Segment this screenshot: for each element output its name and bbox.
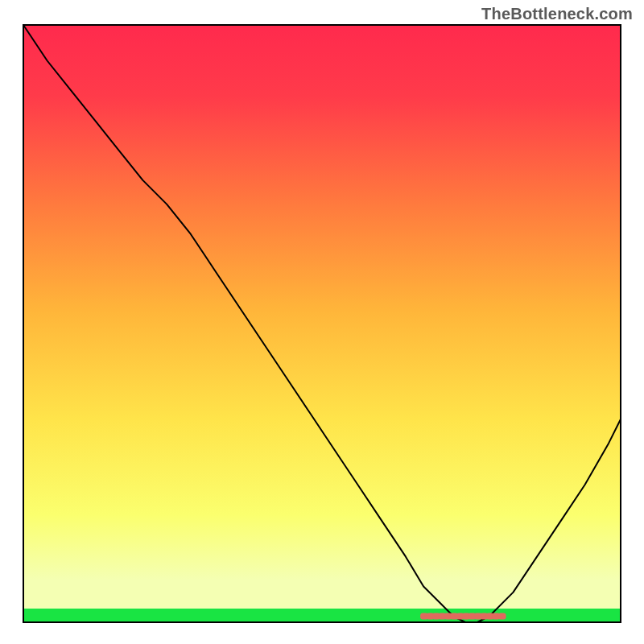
chart-svg: [23, 24, 621, 623]
highlight-markers: [420, 613, 506, 620]
highlight-marker: [498, 613, 506, 620]
gradient-background: [23, 25, 621, 622]
optimal-band: [23, 609, 621, 622]
chart-container: TheBottleneck.com: [0, 0, 644, 644]
attribution-text: TheBottleneck.com: [481, 5, 633, 23]
